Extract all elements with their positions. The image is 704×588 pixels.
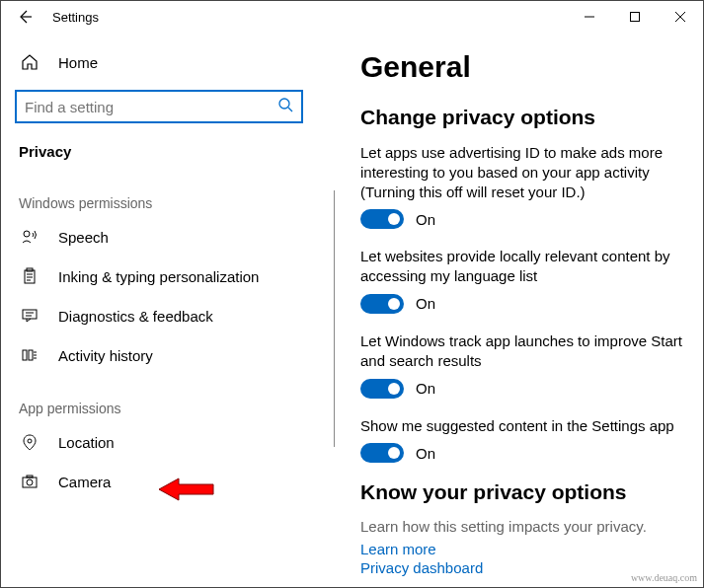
toggle-state: On	[416, 295, 435, 312]
svg-rect-17	[29, 350, 33, 360]
clipboard-icon	[19, 267, 40, 285]
minimize-button[interactable]	[567, 1, 612, 33]
option-text: Let Windows track app launches to improv…	[360, 331, 683, 371]
page-title: General	[360, 50, 683, 84]
search-input[interactable]	[15, 90, 303, 123]
sidebar-item-camera[interactable]: Camera	[15, 462, 335, 501]
svg-rect-13	[23, 310, 37, 319]
toggle-suggested-content[interactable]	[360, 443, 404, 463]
sidebar-item-label: Diagnostics & feedback	[58, 308, 213, 325]
toggle-language-list[interactable]	[360, 294, 404, 314]
maximize-icon	[630, 12, 640, 22]
link-learn-more[interactable]: Learn more	[360, 541, 683, 557]
section-heading: Know your privacy options	[360, 480, 683, 504]
svg-point-21	[28, 439, 32, 443]
sidebar-item-label: Speech	[58, 229, 109, 246]
sidebar-item-diagnostics[interactable]: Diagnostics & feedback	[15, 296, 335, 335]
toggle-state: On	[416, 445, 435, 462]
toggle-state: On	[416, 380, 435, 397]
toggle-knob	[388, 447, 400, 459]
main-panel: General Change privacy options Let apps …	[335, 33, 703, 587]
svg-point-23	[27, 479, 33, 485]
sidebar-item-location[interactable]: Location	[15, 422, 335, 462]
toggle-knob	[388, 383, 400, 395]
speech-icon	[19, 228, 40, 246]
sidebar-item-label: Activity history	[58, 347, 153, 364]
option-text: Show me suggested content in the Setting…	[360, 416, 683, 436]
svg-point-5	[279, 99, 289, 109]
toggle-knob	[388, 298, 400, 310]
feedback-icon	[19, 307, 40, 325]
titlebar: Settings	[1, 1, 703, 33]
watermark: www.deuaq.com	[631, 572, 697, 583]
close-icon	[675, 12, 685, 22]
group-windows-permissions: Windows permissions	[15, 170, 335, 217]
home-icon	[19, 53, 40, 71]
svg-point-7	[24, 231, 30, 237]
sidebar-item-label: Camera	[58, 474, 111, 490]
window-title: Settings	[52, 10, 99, 25]
sidebar-item-home[interactable]: Home	[15, 42, 335, 82]
window-controls	[567, 1, 703, 33]
toggle-state: On	[416, 211, 435, 228]
camera-icon	[19, 473, 40, 490]
sidebar-item-activity[interactable]: Activity history	[15, 335, 335, 375]
sidebar-item-label: Inking & typing personalization	[58, 268, 259, 285]
option-text: Let websites provide locally relevant co…	[360, 247, 683, 286]
close-button[interactable]	[658, 1, 703, 33]
svg-rect-16	[23, 350, 27, 360]
svg-line-6	[288, 108, 292, 111]
arrow-left-icon	[17, 9, 33, 25]
location-icon	[19, 433, 40, 451]
svg-rect-2	[631, 13, 640, 22]
minimize-icon	[585, 12, 594, 22]
search-icon	[277, 97, 295, 118]
know-desc: Learn how this setting impacts your priv…	[360, 518, 683, 535]
sidebar: Home Privacy Windows permissions Speech …	[1, 33, 335, 587]
activity-icon	[19, 346, 40, 364]
sidebar-item-label: Home	[58, 54, 98, 71]
toggle-advertising-id[interactable]	[360, 209, 404, 229]
sidebar-item-label: Location	[58, 434, 115, 451]
back-button[interactable]	[13, 5, 37, 29]
search-box[interactable]	[15, 90, 303, 123]
option-text: Let apps use advertising ID to make ads …	[360, 143, 683, 201]
toggle-app-launches[interactable]	[360, 379, 404, 399]
toggle-knob	[388, 213, 400, 225]
current-section: Privacy	[15, 137, 335, 170]
svg-rect-24	[27, 476, 33, 478]
divider	[334, 190, 335, 447]
maximize-button[interactable]	[612, 1, 658, 33]
section-heading: Change privacy options	[360, 106, 683, 129]
sidebar-item-inking[interactable]: Inking & typing personalization	[15, 257, 335, 296]
sidebar-item-speech[interactable]: Speech	[15, 217, 335, 257]
group-app-permissions: App permissions	[15, 375, 335, 422]
